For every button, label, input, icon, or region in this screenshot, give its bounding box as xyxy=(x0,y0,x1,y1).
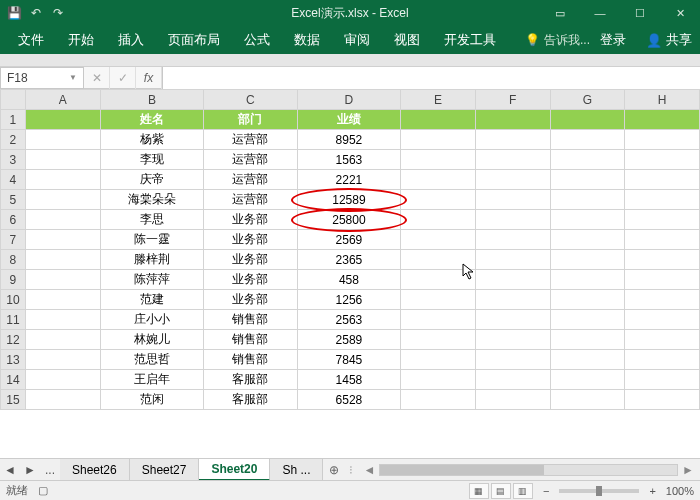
cell-C4[interactable]: 运营部 xyxy=(204,170,297,190)
cell-B5[interactable]: 海棠朵朵 xyxy=(100,190,204,210)
view-normal-icon[interactable]: ▦ xyxy=(469,483,489,499)
row-header[interactable]: 7 xyxy=(1,230,26,250)
tab-layout[interactable]: 页面布局 xyxy=(158,26,230,54)
row-header[interactable]: 12 xyxy=(1,330,26,350)
row-header[interactable]: 14 xyxy=(1,370,26,390)
name-box[interactable]: F18 ▼ xyxy=(0,67,84,89)
sheet-tab[interactable]: Sheet27 xyxy=(130,459,200,481)
cell-C1[interactable]: 部门 xyxy=(204,110,297,130)
macro-record-icon[interactable]: ▢ xyxy=(38,484,48,497)
redo-icon[interactable]: ↷ xyxy=(50,5,66,21)
cell-D13[interactable]: 7845 xyxy=(297,350,401,370)
col-header-G[interactable]: G xyxy=(550,90,625,110)
cell-B6[interactable]: 李思 xyxy=(100,210,204,230)
spreadsheet-grid[interactable]: ABCDEFGH1姓名部门业绩2杨紫运营部89523李现运营部15634庆帝运营… xyxy=(0,89,700,458)
undo-icon[interactable]: ↶ xyxy=(28,5,44,21)
cell-C2[interactable]: 运营部 xyxy=(204,130,297,150)
select-all[interactable] xyxy=(1,90,26,110)
row-header[interactable]: 15 xyxy=(1,390,26,410)
tab-file[interactable]: 文件 xyxy=(8,26,54,54)
cell-B2[interactable]: 杨紫 xyxy=(100,130,204,150)
cell-C13[interactable]: 销售部 xyxy=(204,350,297,370)
cell-D12[interactable]: 2589 xyxy=(297,330,401,350)
cell-D6[interactable]: 25800 xyxy=(297,210,401,230)
scroll-left-icon[interactable]: ◄ xyxy=(363,463,375,477)
col-header-E[interactable]: E xyxy=(401,90,476,110)
cell-C3[interactable]: 运营部 xyxy=(204,150,297,170)
zoom-out-button[interactable]: − xyxy=(543,485,549,497)
cell-C12[interactable]: 销售部 xyxy=(204,330,297,350)
horizontal-scrollbar[interactable]: ◄ ► xyxy=(357,463,700,477)
cell-D2[interactable]: 8952 xyxy=(297,130,401,150)
add-sheet-button[interactable]: ⊕ xyxy=(323,463,345,477)
cell-B14[interactable]: 王启年 xyxy=(100,370,204,390)
tab-review[interactable]: 审阅 xyxy=(334,26,380,54)
row-header[interactable]: 2 xyxy=(1,130,26,150)
scroll-right-icon[interactable]: ► xyxy=(682,463,694,477)
scroll-thumb[interactable] xyxy=(380,465,543,475)
cell-D1[interactable]: 业绩 xyxy=(297,110,401,130)
cell-D14[interactable]: 1458 xyxy=(297,370,401,390)
col-header-F[interactable]: F xyxy=(475,90,550,110)
tab-data[interactable]: 数据 xyxy=(284,26,330,54)
cell-C11[interactable]: 销售部 xyxy=(204,310,297,330)
zoom-in-button[interactable]: + xyxy=(649,485,655,497)
sheet-tab[interactable]: Sh ... xyxy=(270,459,323,481)
cell-B3[interactable]: 李现 xyxy=(100,150,204,170)
close-icon[interactable]: ✕ xyxy=(660,0,700,26)
view-layout-icon[interactable]: ▤ xyxy=(491,483,511,499)
cell-D11[interactable]: 2563 xyxy=(297,310,401,330)
row-header[interactable]: 4 xyxy=(1,170,26,190)
col-header-D[interactable]: D xyxy=(297,90,401,110)
sheet-tab[interactable]: Sheet20 xyxy=(199,459,270,481)
cell-D5[interactable]: 12589 xyxy=(297,190,401,210)
cell-B10[interactable]: 范建 xyxy=(100,290,204,310)
ribbon-options-icon[interactable]: ▭ xyxy=(540,0,580,26)
cell-D4[interactable]: 2221 xyxy=(297,170,401,190)
cell-C15[interactable]: 客服部 xyxy=(204,390,297,410)
sheet-nav-next[interactable]: ► xyxy=(20,463,40,477)
sheet-tab[interactable]: Sheet26 xyxy=(60,459,130,481)
tab-insert[interactable]: 插入 xyxy=(108,26,154,54)
confirm-formula-icon[interactable]: ✓ xyxy=(110,67,136,89)
chevron-down-icon[interactable]: ▼ xyxy=(69,73,77,82)
cell-D8[interactable]: 2365 xyxy=(297,250,401,270)
cell-D7[interactable]: 2569 xyxy=(297,230,401,250)
zoom-slider[interactable] xyxy=(559,489,639,493)
cell-B8[interactable]: 滕梓荆 xyxy=(100,250,204,270)
cell-C8[interactable]: 业务部 xyxy=(204,250,297,270)
row-header[interactable]: 1 xyxy=(1,110,26,130)
cell-B12[interactable]: 林婉儿 xyxy=(100,330,204,350)
cell-C7[interactable]: 业务部 xyxy=(204,230,297,250)
row-header[interactable]: 8 xyxy=(1,250,26,270)
cell-B15[interactable]: 范闲 xyxy=(100,390,204,410)
login-button[interactable]: 登录 xyxy=(594,26,632,54)
cancel-formula-icon[interactable]: ✕ xyxy=(84,67,110,89)
cell-C10[interactable]: 业务部 xyxy=(204,290,297,310)
cell-D3[interactable]: 1563 xyxy=(297,150,401,170)
cell-D9[interactable]: 458 xyxy=(297,270,401,290)
row-header[interactable]: 13 xyxy=(1,350,26,370)
cell-D15[interactable]: 6528 xyxy=(297,390,401,410)
row-header[interactable]: 3 xyxy=(1,150,26,170)
row-header[interactable]: 11 xyxy=(1,310,26,330)
sheet-nav-more[interactable]: ... xyxy=(40,463,60,477)
cell-B9[interactable]: 陈萍萍 xyxy=(100,270,204,290)
view-pagebreak-icon[interactable]: ▥ xyxy=(513,483,533,499)
cell-B1[interactable]: 姓名 xyxy=(100,110,204,130)
tell-me[interactable]: 💡告诉我... xyxy=(525,32,590,49)
tab-formula[interactable]: 公式 xyxy=(234,26,280,54)
row-header[interactable]: 10 xyxy=(1,290,26,310)
cell-C14[interactable]: 客服部 xyxy=(204,370,297,390)
col-header-A[interactable]: A xyxy=(25,90,100,110)
tab-home[interactable]: 开始 xyxy=(58,26,104,54)
col-header-H[interactable]: H xyxy=(625,90,700,110)
cell-C9[interactable]: 业务部 xyxy=(204,270,297,290)
minimize-icon[interactable]: — xyxy=(580,0,620,26)
maximize-icon[interactable]: ☐ xyxy=(620,0,660,26)
row-header[interactable]: 6 xyxy=(1,210,26,230)
cell-D10[interactable]: 1256 xyxy=(297,290,401,310)
col-header-B[interactable]: B xyxy=(100,90,204,110)
tab-dev[interactable]: 开发工具 xyxy=(434,26,506,54)
row-header[interactable]: 9 xyxy=(1,270,26,290)
